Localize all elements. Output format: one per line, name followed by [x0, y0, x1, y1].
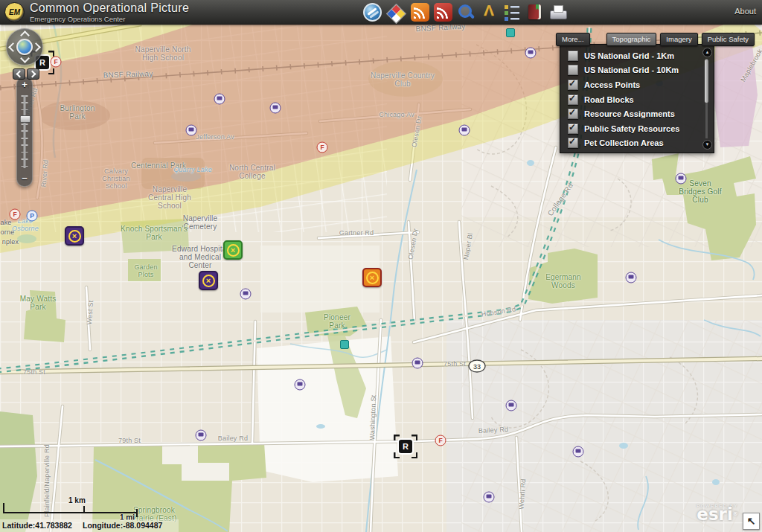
search-icon[interactable]	[457, 3, 476, 22]
layer-item[interactable]: Public Safety Resources	[568, 121, 699, 136]
layer-label: Pet Collection Areas	[584, 138, 664, 147]
map-label: Naperville Country Club	[371, 71, 435, 88]
extent-history-controls	[13, 68, 41, 80]
school-icon	[295, 379, 306, 391]
map-pan-control[interactable]	[6, 28, 43, 65]
print-icon[interactable]	[549, 3, 568, 22]
map-label: Washington St	[368, 394, 377, 440]
school-icon	[459, 125, 470, 136]
map-label: Naperville Central High School	[142, 185, 197, 211]
map-label: nplex	[2, 238, 19, 246]
rss-orange-icon[interactable]	[411, 3, 429, 22]
header-bar: EM Common Operational Picture Emergency …	[0, 0, 762, 25]
map-label: Maplebrook	[739, 48, 762, 83]
circle-x-icon	[68, 230, 81, 243]
layer-item[interactable]: Pet Collection Areas	[568, 136, 699, 151]
app-logo: EM	[4, 2, 25, 22]
zoom-slider[interactable]: + −	[16, 77, 33, 187]
measure-icon[interactable]	[480, 3, 499, 22]
layer-checkbox[interactable]	[568, 109, 578, 119]
map-label: Naperville Cemetery	[173, 214, 227, 231]
overview-map-button[interactable]	[743, 513, 760, 530]
about-link[interactable]: About	[734, 7, 756, 16]
coordinate-readout: Latitude:41.783882Longitude:-88.094487	[0, 519, 179, 532]
layer-label: Public Safety Resources	[584, 124, 679, 133]
collection-point-marker[interactable]	[65, 226, 84, 246]
collection-point-marker[interactable]	[223, 240, 243, 260]
erg-tool-icon[interactable]	[363, 3, 382, 22]
full-extent-globe-button[interactable]	[16, 39, 33, 55]
map-label: Bailey Rd	[218, 435, 248, 442]
map-label: Hobson Rd	[481, 305, 516, 318]
school-icon	[676, 173, 687, 185]
map-label: College Rd	[546, 182, 575, 218]
layer-item[interactable]: Access Points	[568, 77, 699, 92]
scrollbar-thumb[interactable]	[705, 60, 708, 103]
map-label: West St	[86, 300, 95, 324]
fire-station-icon: F	[435, 435, 446, 446]
app-titles: Common Operational Picture Emergency Ope…	[30, 1, 189, 23]
layer-checkbox[interactable]	[568, 51, 578, 61]
page-title: Common Operational Picture	[30, 1, 189, 15]
map-label: Garden Plots	[129, 263, 163, 278]
layer-label: US National Grid - 1Km	[584, 51, 674, 60]
tab-more[interactable]: More...	[556, 33, 590, 46]
layer-list-scrollbar[interactable]	[702, 48, 711, 150]
header-toolbar	[361, 2, 570, 22]
map-label: 79th St	[118, 437, 141, 444]
layer-checkbox[interactable]	[568, 80, 578, 90]
zoom-out-button[interactable]: −	[17, 173, 32, 185]
nfpa-diamond-icon[interactable]	[386, 4, 406, 24]
layer-checkbox[interactable]	[568, 65, 578, 75]
zoom-in-button[interactable]: +	[17, 79, 32, 91]
rss-red-icon[interactable]	[434, 3, 452, 22]
map-label: Centennial Park	[130, 161, 187, 170]
map-label: North Central College	[228, 164, 276, 180]
map-label: Calvary Christian School	[94, 167, 138, 190]
tab-imagery[interactable]: Imagery	[660, 33, 697, 46]
zoom-slider-handle[interactable]	[20, 115, 31, 123]
layer-item[interactable]: Resource Assignments	[568, 106, 699, 121]
layer-item[interactable]: Road Blocks	[568, 92, 699, 107]
tab-public-safety[interactable]: Public Safety	[702, 33, 755, 46]
school-icon	[506, 400, 517, 411]
layer-item[interactable]: US National Grid - 1Km	[568, 48, 699, 63]
bookmarks-icon[interactable]	[526, 3, 545, 22]
collection-point-marker[interactable]	[362, 268, 382, 287]
layer-label: Road Blocks	[584, 95, 634, 104]
layer-checkbox[interactable]	[568, 94, 578, 105]
scroll-down-icon[interactable]	[702, 140, 712, 150]
pan-down-icon[interactable]	[20, 54, 30, 63]
tab-topographic[interactable]: Topographic	[606, 33, 657, 46]
application-window: 33 Naperville North High SchoolBNSF Rail…	[0, 0, 762, 532]
map-label: Chicago Av	[379, 111, 414, 118]
map-label: Wehrli Rd	[518, 478, 528, 510]
map-label: Olesen Dr	[406, 228, 419, 260]
layer-item[interactable]: US National Grid - 10Km	[568, 63, 699, 78]
parking-icon: P	[27, 211, 38, 222]
layer-checkbox[interactable]	[568, 124, 578, 134]
layer-checkbox[interactable]	[568, 138, 578, 148]
map-label: May Watts Park	[17, 295, 59, 311]
zoom-slider-track[interactable]	[22, 95, 28, 168]
school-icon	[573, 446, 584, 458]
legend-icon[interactable]	[503, 3, 522, 22]
layer-list: US National Grid - 1KmUS National Grid -…	[568, 48, 699, 150]
collection-point-marker[interactable]	[199, 271, 218, 290]
map-label: BNSF Railway	[103, 69, 153, 80]
scroll-up-icon[interactable]	[702, 48, 712, 57]
basemap-tabs: More...TopographicImageryPublic Safety	[556, 33, 758, 46]
map-label: Knoch Sportsman's Park	[120, 225, 188, 241]
school-icon	[214, 94, 225, 105]
pan-right-icon[interactable]	[31, 42, 41, 52]
map-label: Jefferson Av	[196, 133, 234, 141]
school-icon	[240, 289, 252, 300]
map-label: Bailey Rd	[478, 426, 509, 435]
map-label: Egermann Woods	[537, 273, 590, 289]
school-icon	[186, 125, 197, 136]
next-extent-button[interactable]	[27, 68, 39, 80]
roadblock-marker[interactable]: R	[399, 440, 412, 453]
map-label: Burlington Park	[52, 104, 103, 121]
previous-extent-button[interactable]	[13, 68, 25, 80]
map-label: Naperville North High School	[129, 45, 197, 62]
